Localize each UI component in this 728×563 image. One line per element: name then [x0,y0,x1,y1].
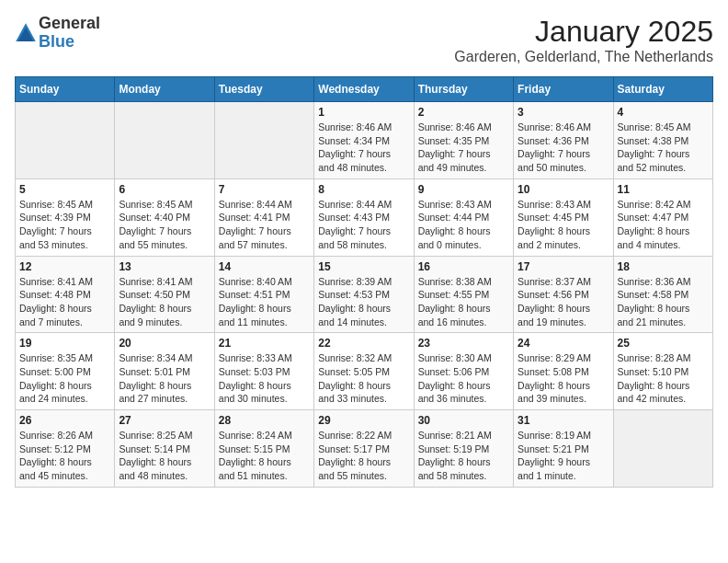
day-info: Sunrise: 8:29 AM Sunset: 5:08 PM Dayligh… [518,351,609,406]
day-number: 29 [318,414,409,427]
day-header: Monday [115,77,214,102]
day-info: Sunrise: 8:32 AM Sunset: 5:05 PM Dayligh… [318,351,409,406]
day-info: Sunrise: 8:41 AM Sunset: 4:50 PM Dayligh… [119,275,210,329]
calendar-cell: 25Sunrise: 8:28 AM Sunset: 5:10 PM Dayli… [613,333,712,410]
day-info: Sunrise: 8:45 AM Sunset: 4:38 PM Dayligh… [618,121,709,175]
day-header: Sunday [16,77,115,102]
location-title: Garderen, Gelderland, The Netherlands [454,49,713,65]
day-info: Sunrise: 8:21 AM Sunset: 5:19 PM Dayligh… [418,429,509,483]
day-number: 15 [318,260,409,273]
day-number: 28 [219,414,310,427]
day-info: Sunrise: 8:39 AM Sunset: 4:53 PM Dayligh… [318,275,409,329]
day-number: 19 [19,337,110,350]
calendar-week-row: 19Sunrise: 8:35 AM Sunset: 5:00 PM Dayli… [16,333,713,410]
month-title: January 2025 [454,15,713,49]
calendar-cell: 29Sunrise: 8:22 AM Sunset: 5:17 PM Dayli… [314,410,414,488]
day-info: Sunrise: 8:44 AM Sunset: 4:41 PM Dayligh… [219,198,310,252]
day-number: 26 [19,414,110,427]
day-info: Sunrise: 8:37 AM Sunset: 4:56 PM Dayligh… [518,275,609,329]
day-number: 31 [518,414,609,427]
calendar-cell: 16Sunrise: 8:38 AM Sunset: 4:55 PM Dayli… [414,256,513,333]
day-number: 12 [19,260,110,273]
calendar-week-row: 12Sunrise: 8:41 AM Sunset: 4:48 PM Dayli… [16,256,713,333]
day-info: Sunrise: 8:33 AM Sunset: 5:03 PM Dayligh… [219,351,310,406]
calendar-cell [16,102,115,179]
calendar-cell: 11Sunrise: 8:42 AM Sunset: 4:47 PM Dayli… [613,178,712,256]
calendar-cell: 5Sunrise: 8:45 AM Sunset: 4:39 PM Daylig… [16,178,115,256]
day-info: Sunrise: 8:46 AM Sunset: 4:36 PM Dayligh… [518,121,609,175]
calendar-cell: 12Sunrise: 8:41 AM Sunset: 4:48 PM Dayli… [16,256,115,333]
day-info: Sunrise: 8:25 AM Sunset: 5:14 PM Dayligh… [119,429,210,483]
calendar-cell: 28Sunrise: 8:24 AM Sunset: 5:15 PM Dayli… [214,410,313,488]
calendar-cell [214,102,313,179]
calendar-cell: 2Sunrise: 8:46 AM Sunset: 4:35 PM Daylig… [414,102,513,179]
calendar-cell: 15Sunrise: 8:39 AM Sunset: 4:53 PM Dayli… [314,256,414,333]
day-header: Wednesday [314,77,414,102]
page-header: General Blue January 2025 Garderen, Geld… [15,15,713,65]
day-info: Sunrise: 8:19 AM Sunset: 5:21 PM Dayligh… [518,429,609,483]
day-number: 14 [219,260,310,273]
day-info: Sunrise: 8:40 AM Sunset: 4:51 PM Dayligh… [219,275,310,329]
calendar-cell [613,410,712,488]
day-number: 21 [219,337,310,350]
day-number: 11 [618,183,709,196]
day-number: 22 [318,337,409,350]
calendar-cell: 27Sunrise: 8:25 AM Sunset: 5:14 PM Dayli… [115,410,214,488]
day-number: 2 [418,106,509,119]
day-info: Sunrise: 8:44 AM Sunset: 4:43 PM Dayligh… [318,198,409,252]
calendar-cell: 3Sunrise: 8:46 AM Sunset: 4:36 PM Daylig… [514,102,613,179]
day-info: Sunrise: 8:24 AM Sunset: 5:15 PM Dayligh… [219,429,310,483]
day-number: 25 [618,337,709,350]
title-block: January 2025 Garderen, Gelderland, The N… [454,15,713,65]
day-info: Sunrise: 8:36 AM Sunset: 4:58 PM Dayligh… [618,275,709,329]
day-number: 5 [19,183,110,196]
day-number: 6 [119,183,210,196]
day-header: Friday [514,77,613,102]
day-number: 16 [418,260,509,273]
day-info: Sunrise: 8:41 AM Sunset: 4:48 PM Dayligh… [19,275,110,329]
calendar-cell: 30Sunrise: 8:21 AM Sunset: 5:19 PM Dayli… [414,410,513,488]
calendar-week-row: 26Sunrise: 8:26 AM Sunset: 5:12 PM Dayli… [16,410,713,488]
calendar-cell: 8Sunrise: 8:44 AM Sunset: 4:43 PM Daylig… [314,178,414,256]
day-number: 10 [518,183,609,196]
calendar-cell: 22Sunrise: 8:32 AM Sunset: 5:05 PM Dayli… [314,333,414,410]
day-header: Tuesday [214,77,313,102]
calendar-cell: 9Sunrise: 8:43 AM Sunset: 4:44 PM Daylig… [414,178,513,256]
logo-icon [15,22,37,44]
calendar-cell: 14Sunrise: 8:40 AM Sunset: 4:51 PM Dayli… [214,256,313,333]
calendar-cell: 26Sunrise: 8:26 AM Sunset: 5:12 PM Dayli… [16,410,115,488]
day-info: Sunrise: 8:45 AM Sunset: 4:39 PM Dayligh… [19,198,110,252]
logo-general: General [39,15,100,33]
logo: General Blue [15,15,100,52]
calendar-cell: 1Sunrise: 8:46 AM Sunset: 4:34 PM Daylig… [314,102,414,179]
day-number: 17 [518,260,609,273]
day-number: 24 [518,337,609,350]
day-header: Saturday [613,77,712,102]
calendar-cell: 13Sunrise: 8:41 AM Sunset: 4:50 PM Dayli… [115,256,214,333]
day-number: 30 [418,414,509,427]
day-info: Sunrise: 8:28 AM Sunset: 5:10 PM Dayligh… [618,351,709,406]
day-number: 4 [618,106,709,119]
calendar-cell: 10Sunrise: 8:43 AM Sunset: 4:45 PM Dayli… [514,178,613,256]
calendar-cell: 24Sunrise: 8:29 AM Sunset: 5:08 PM Dayli… [514,333,613,410]
calendar-cell: 31Sunrise: 8:19 AM Sunset: 5:21 PM Dayli… [514,410,613,488]
day-info: Sunrise: 8:34 AM Sunset: 5:01 PM Dayligh… [119,351,210,406]
day-number: 20 [119,337,210,350]
calendar-cell: 20Sunrise: 8:34 AM Sunset: 5:01 PM Dayli… [115,333,214,410]
day-number: 8 [318,183,409,196]
day-info: Sunrise: 8:38 AM Sunset: 4:55 PM Dayligh… [418,275,509,329]
day-info: Sunrise: 8:22 AM Sunset: 5:17 PM Dayligh… [318,429,409,483]
day-info: Sunrise: 8:46 AM Sunset: 4:35 PM Dayligh… [418,121,509,175]
day-number: 3 [518,106,609,119]
calendar-cell: 6Sunrise: 8:45 AM Sunset: 4:40 PM Daylig… [115,178,214,256]
calendar-header-row: SundayMondayTuesdayWednesdayThursdayFrid… [16,77,713,102]
day-info: Sunrise: 8:43 AM Sunset: 4:45 PM Dayligh… [518,198,609,252]
day-number: 27 [119,414,210,427]
logo-blue: Blue [39,33,100,52]
logo-text: General Blue [39,15,100,52]
day-info: Sunrise: 8:35 AM Sunset: 5:00 PM Dayligh… [19,351,110,406]
calendar: SundayMondayTuesdayWednesdayThursdayFrid… [15,76,713,488]
day-number: 1 [318,106,409,119]
day-info: Sunrise: 8:43 AM Sunset: 4:44 PM Dayligh… [418,198,509,252]
calendar-cell: 19Sunrise: 8:35 AM Sunset: 5:00 PM Dayli… [16,333,115,410]
